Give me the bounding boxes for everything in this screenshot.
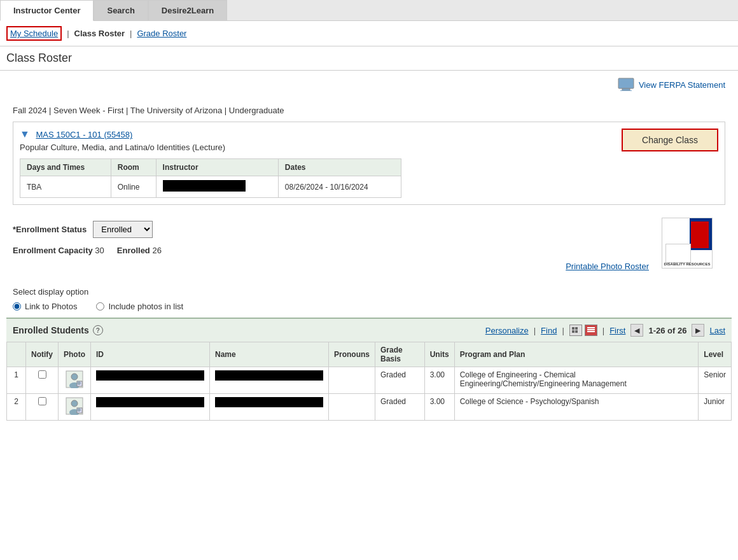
enrollment-status-select[interactable]: Enrolled Waitlisted Dropped <box>93 221 153 238</box>
radio-include-photos[interactable]: Include photos in list <box>96 302 183 311</box>
grade-basis-cell-1: Graded <box>375 367 425 394</box>
col-dates: Dates <box>278 159 401 176</box>
col-units-header: Units <box>424 342 454 367</box>
col-instructor: Instructor <box>156 159 278 176</box>
radio-include-photos-label: Include photos in list <box>108 302 183 311</box>
class-box: Change Class ▼ MAS 150C1 - 101 (55458) P… <box>13 122 725 205</box>
notify-cell-1[interactable] <box>26 367 59 394</box>
name-redacted-2 <box>215 397 323 407</box>
sep-2: | <box>130 29 132 38</box>
my-schedule-link[interactable]: My Schedule <box>6 26 62 41</box>
first-link[interactable]: First <box>609 326 625 335</box>
svg-rect-5 <box>572 330 574 333</box>
radio-link-to-photos-input[interactable] <box>13 302 21 311</box>
disability-resources-logo: DISABILITY RESOURCES <box>662 218 713 269</box>
svg-point-11 <box>71 374 78 380</box>
col-name-header: Name <box>210 342 329 367</box>
class-description: Popular Culture, Media, and Latina/o Ide… <box>20 143 718 152</box>
page-title: Class Roster <box>6 52 732 65</box>
col-program-plan-header: Program and Plan <box>454 342 699 367</box>
id-redacted-1 <box>96 370 204 381</box>
help-icon[interactable]: ? <box>93 325 103 335</box>
radio-link-to-photos[interactable]: Link to Photos <box>13 302 77 311</box>
tab-desire2learn[interactable]: Desire2Learn <box>148 0 227 20</box>
svg-rect-7 <box>587 327 595 328</box>
col-grade-basis-header: Grade Basis <box>375 342 425 367</box>
find-link[interactable]: Find <box>541 326 557 335</box>
id-cell-2 <box>91 394 210 421</box>
grade-roster-link[interactable]: Grade Roster <box>137 29 186 38</box>
notify-checkbox-2[interactable] <box>38 397 46 405</box>
units-cell-2: 3.00 <box>424 394 454 421</box>
pipe-3: | <box>602 326 604 335</box>
printable-photo-roster-link[interactable]: Printable Photo Roster <box>566 262 649 271</box>
last-link[interactable]: Last <box>709 326 725 335</box>
col-id-header: ID <box>91 342 210 367</box>
svg-rect-8 <box>587 329 595 330</box>
class-code-link[interactable]: MAS 150C1 - 101 (55458) <box>36 130 132 139</box>
ferpa-link-text: View FERPA Statement <box>639 80 725 90</box>
pipe-1: | <box>534 326 536 335</box>
change-class-button[interactable]: Change Class <box>622 129 718 151</box>
capacity-row: Enrollment Capacity 30 Enrolled 26 <box>13 246 725 255</box>
grid-icons <box>569 325 597 336</box>
program-plan-cell-2: College of Science - Psychology/Spanish <box>454 394 699 421</box>
class-info-section: Fall 2024 | Seven Week - First | The Uni… <box>0 99 738 211</box>
enrolled-value: 26 <box>152 246 161 255</box>
svg-rect-4 <box>575 327 578 330</box>
tab-instructor-center[interactable]: Instructor Center <box>0 0 94 21</box>
enrollment-status-label: *Enrollment Status <box>13 225 87 234</box>
days-times-cell: TBA <box>20 176 111 198</box>
svg-rect-0 <box>618 78 634 88</box>
table-icon[interactable] <box>585 325 597 336</box>
svg-rect-3 <box>572 327 574 330</box>
display-options-title: Select display option <box>13 287 725 297</box>
prev-btn[interactable]: ◀ <box>630 324 643 337</box>
enrollment-capacity-label: Enrollment Capacity 30 <box>13 246 104 255</box>
display-options: Select display option Link to Photos Inc… <box>0 281 738 318</box>
collapse-icon[interactable]: ▼ <box>20 129 30 139</box>
pagination-area: Personalize | Find | <box>485 324 725 337</box>
level-cell-1: Senior <box>699 367 732 394</box>
enrolled-students-section: Enrolled Students ? Personalize | Find | <box>0 318 738 421</box>
enrolled-header: Enrolled Students ? Personalize | Find | <box>6 318 732 342</box>
table-header-row: Notify Photo ID Name Pronouns Grade Basi… <box>7 342 732 367</box>
units-cell-1: 3.00 <box>424 367 454 394</box>
photo-cell-1[interactable] <box>59 367 91 394</box>
grid-view-icon[interactable] <box>569 325 582 336</box>
notify-checkbox-1[interactable] <box>38 370 46 379</box>
svg-rect-9 <box>587 331 595 332</box>
next-btn[interactable]: ▶ <box>692 324 704 337</box>
monitor-icon <box>617 77 635 93</box>
dates-cell: 08/26/2024 - 10/16/2024 <box>278 176 401 198</box>
svg-point-14 <box>77 381 81 385</box>
col-num <box>7 342 26 367</box>
radio-row: Link to Photos Include photos in list <box>13 302 725 311</box>
ferpa-row: View FERPA Statement <box>0 71 738 99</box>
enrollment-status-row: *Enrollment Status Enrolled Waitlisted D… <box>13 221 725 238</box>
notify-cell-2[interactable] <box>26 394 59 421</box>
ferpa-link[interactable]: View FERPA Statement <box>617 77 725 93</box>
level-cell-2: Junior <box>699 394 732 421</box>
table-row: 1 Graded 3.00 C <box>7 367 732 394</box>
personalize-link[interactable]: Personalize <box>485 326 529 335</box>
col-notify-header: Notify <box>26 342 59 367</box>
tab-search[interactable]: Search <box>94 0 148 20</box>
instructor-cell <box>156 176 278 198</box>
enrolled-count-label: Enrolled 26 <box>117 246 162 255</box>
room-cell: Online <box>111 176 156 198</box>
radio-include-photos-input[interactable] <box>96 302 104 311</box>
photo-icon-2 <box>66 397 83 415</box>
photo-cell-2[interactable] <box>59 394 91 421</box>
enrolled-students-title: Enrolled Students <box>13 325 89 335</box>
pronouns-cell-1 <box>329 367 375 394</box>
disability-resources-text: DISABILITY RESOURCES <box>662 262 712 267</box>
semester-info: Fall 2024 | Seven Week - First | The Uni… <box>13 106 725 115</box>
row-num-2: 2 <box>7 394 26 421</box>
change-class-area: Change Class <box>622 129 718 151</box>
top-nav: Instructor Center Search Desire2Learn <box>0 0 738 21</box>
svg-point-16 <box>71 400 78 407</box>
grade-basis-cell-2: Graded <box>375 394 425 421</box>
class-roster-nav: Class Roster <box>74 29 125 38</box>
col-photo-header: Photo <box>59 342 91 367</box>
